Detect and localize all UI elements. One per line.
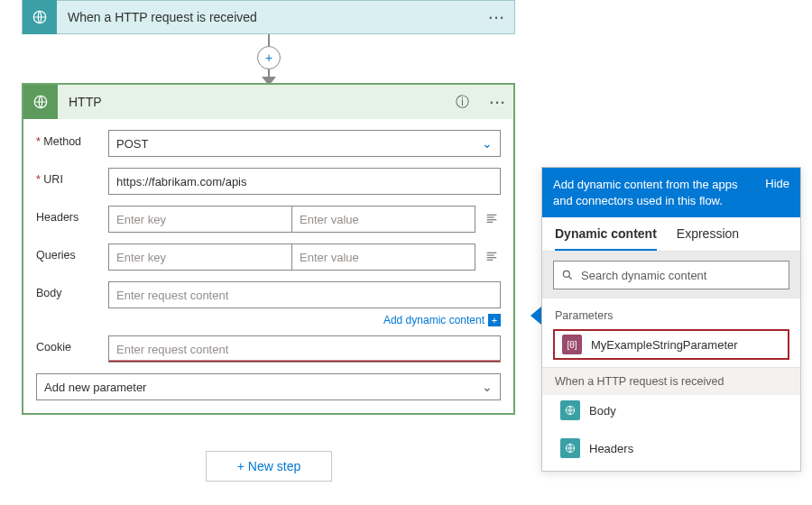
hide-link[interactable]: Hide <box>765 177 789 208</box>
body-label: Body <box>36 281 108 299</box>
headers-value-input[interactable]: Enter value <box>291 207 475 232</box>
add-dynamic-content-link[interactable]: Add dynamic content+ <box>108 314 501 326</box>
connector-arrow: + <box>262 34 276 84</box>
cookie-input[interactable]: Enter request content <box>108 335 501 363</box>
section-parameters: Parameters <box>542 298 800 329</box>
svg-point-2 <box>563 271 569 277</box>
dc-item-myexamplestringparameter[interactable]: [θ] MyExampleStringParameter <box>553 329 789 360</box>
http-action-card: HTTP ⓘ ··· Method POST ⌄ URI https://fab… <box>22 83 515 415</box>
http-header[interactable]: HTTP ⓘ ··· <box>23 85 513 119</box>
info-icon[interactable]: ⓘ <box>456 94 481 111</box>
headers-text-mode-icon[interactable] <box>483 210 501 228</box>
tab-expression[interactable]: Expression <box>677 217 739 251</box>
queries-label: Queries <box>36 243 108 262</box>
section-trigger-outputs: When a HTTP request is received <box>542 367 800 395</box>
cookie-label: Cookie <box>36 335 108 354</box>
tab-dynamic-content[interactable]: Dynamic content <box>555 217 657 251</box>
http-request-icon <box>560 438 580 458</box>
parameter-icon: [θ] <box>562 335 582 354</box>
queries-kv-row[interactable]: Enter key Enter value <box>108 243 475 271</box>
queries-value-input[interactable]: Enter value <box>291 244 475 270</box>
dynamic-content-panel: Add dynamic content from the apps and co… <box>541 167 801 472</box>
plus-icon: + <box>488 314 501 326</box>
headers-kv-row[interactable]: Enter key Enter value <box>108 206 475 233</box>
method-label: Method <box>36 130 108 148</box>
trigger-menu-button[interactable]: ··· <box>478 7 514 27</box>
method-select[interactable]: POST ⌄ <box>108 130 501 157</box>
http-title: HTTP <box>58 95 456 109</box>
uri-value: https://fabrikam.com/apis <box>116 175 247 188</box>
add-step-icon[interactable]: + <box>257 46 281 69</box>
http-request-icon <box>560 400 580 420</box>
body-input[interactable]: Enter request content <box>108 281 501 308</box>
http-action-icon <box>23 85 58 119</box>
trigger-card[interactable]: When a HTTP request is received ··· <box>22 0 515 34</box>
dc-item-headers[interactable]: Headers <box>553 433 789 464</box>
new-step-button[interactable]: + New step <box>206 451 332 482</box>
http-menu-button[interactable]: ··· <box>481 92 513 112</box>
http-request-icon <box>23 0 57 34</box>
chevron-down-icon: ⌄ <box>482 380 493 394</box>
search-icon <box>561 269 574 281</box>
chevron-down-icon: ⌄ <box>482 136 493 151</box>
method-value: POST <box>116 137 148 151</box>
trigger-title: When a HTTP request is received <box>57 10 478 24</box>
dynamic-content-search[interactable]: Search dynamic content <box>553 261 789 289</box>
flyout-notch <box>531 307 541 325</box>
headers-key-input[interactable]: Enter key <box>109 207 291 232</box>
dynamic-content-banner: Add dynamic content from the apps and co… <box>542 168 800 217</box>
headers-label: Headers <box>36 206 108 224</box>
queries-text-mode-icon[interactable] <box>483 248 501 266</box>
add-new-parameter-select[interactable]: Add new parameter ⌄ <box>36 373 501 400</box>
uri-label: URI <box>36 168 108 186</box>
uri-input[interactable]: https://fabrikam.com/apis <box>108 168 501 195</box>
dc-item-body[interactable]: Body <box>553 395 789 426</box>
queries-key-input[interactable]: Enter key <box>109 244 291 270</box>
